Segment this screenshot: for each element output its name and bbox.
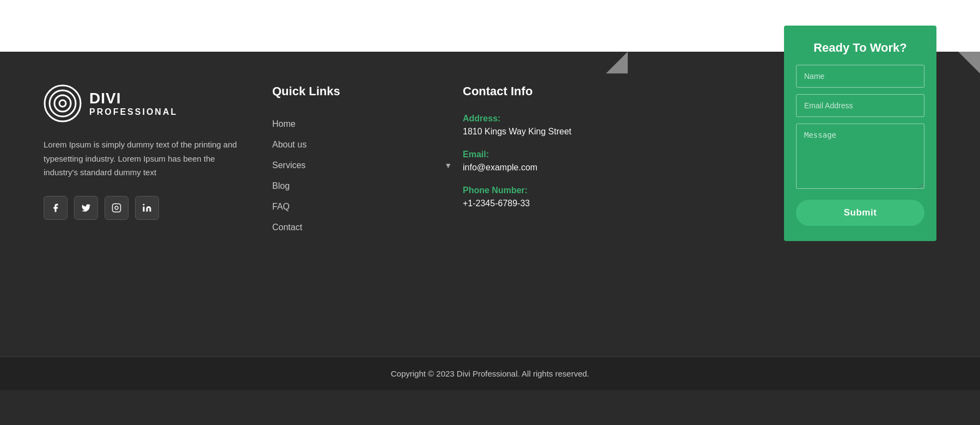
- link-contact[interactable]: Contact: [272, 217, 452, 238]
- brand-description: Lorem Ipsum is simply dummy text of the …: [44, 138, 240, 180]
- link-about[interactable]: About us: [272, 134, 452, 155]
- message-textarea[interactable]: [796, 124, 924, 189]
- brand-divi: DIVI: [89, 90, 177, 107]
- link-services-label: Services: [272, 161, 305, 170]
- footer-bottom: Copyright © 2023 Divi Professional. All …: [0, 356, 980, 390]
- copyright-text: Copyright © 2023 Divi Professional. All …: [391, 369, 590, 378]
- logo-icon: [44, 84, 82, 122]
- brand-logo: DIVI PROFESSIONAL: [44, 84, 240, 122]
- address-value: 1810 Kings Way King Street: [463, 127, 659, 137]
- quick-links-title: Quick Links: [272, 84, 452, 98]
- link-blog[interactable]: Blog: [272, 176, 452, 196]
- svg-point-3: [59, 100, 66, 107]
- linkedin-button[interactable]: [135, 196, 159, 220]
- svg-point-1: [50, 90, 76, 116]
- link-contact-label: Contact: [272, 223, 302, 232]
- contact-info-column: Contact Info Address: 1810 Kings Way Kin…: [452, 84, 659, 324]
- name-input[interactable]: [796, 65, 924, 88]
- svg-point-2: [54, 95, 71, 112]
- facebook-icon: [51, 203, 60, 213]
- link-services[interactable]: Services ▼: [272, 155, 452, 176]
- svg-rect-4: [113, 204, 121, 212]
- link-about-label: About us: [272, 140, 307, 150]
- link-faq-label: FAQ: [272, 202, 290, 212]
- quick-links-column: Quick Links Home About us Services ▼ Blo…: [261, 84, 452, 324]
- facebook-button[interactable]: [44, 196, 68, 220]
- fold-corner-left: [606, 52, 628, 73]
- brand-professional: PROFESSIONAL: [89, 107, 177, 117]
- instagram-button[interactable]: [105, 196, 128, 220]
- twitter-button[interactable]: [74, 196, 98, 220]
- email-label: Email:: [463, 150, 659, 159]
- link-faq[interactable]: FAQ: [272, 196, 452, 217]
- link-blog-label: Blog: [272, 181, 290, 191]
- quick-links-list: Home About us Services ▼ Blog FAQ Contac…: [272, 114, 452, 238]
- contact-info-title: Contact Info: [463, 84, 659, 98]
- chevron-down-icon: ▼: [444, 161, 452, 170]
- social-icons-group: [44, 196, 240, 220]
- instagram-icon: [112, 203, 121, 213]
- submit-button[interactable]: Submit: [796, 200, 924, 226]
- email-value: info@example.com: [463, 163, 659, 173]
- link-home-label: Home: [272, 119, 296, 129]
- email-input[interactable]: [796, 94, 924, 117]
- brand-column: DIVI PROFESSIONAL Lorem Ipsum is simply …: [44, 84, 261, 324]
- phone-value: +1-2345-6789-33: [463, 199, 659, 208]
- svg-point-6: [143, 204, 145, 205]
- phone-label: Phone Number:: [463, 186, 659, 195]
- twitter-icon: [81, 203, 91, 213]
- address-label: Address:: [463, 114, 659, 124]
- link-home[interactable]: Home: [272, 114, 452, 134]
- work-card-title: Ready To Work?: [796, 41, 924, 55]
- brand-name-block: DIVI PROFESSIONAL: [89, 90, 177, 117]
- ready-to-work-card: Ready To Work? Submit: [784, 26, 936, 241]
- fold-corner-right: [958, 52, 980, 73]
- linkedin-icon: [142, 203, 152, 213]
- footer-main: DIVI PROFESSIONAL Lorem Ipsum is simply …: [0, 52, 980, 356]
